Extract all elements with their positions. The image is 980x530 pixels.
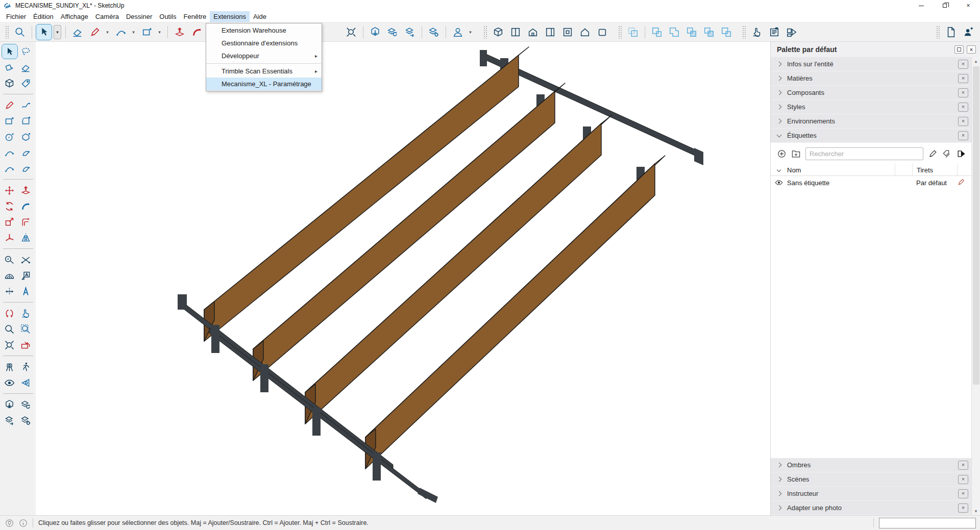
line-tool-button-menu-button[interactable]: ▾ — [104, 26, 111, 39]
view-top-button[interactable] — [508, 24, 523, 40]
panel-scrollbar[interactable]: ▲ ▼ — [971, 57, 980, 515]
zoom-extents-button[interactable] — [344, 24, 359, 40]
arc-tool-button[interactable] — [113, 24, 129, 40]
view-left-button[interactable] — [577, 24, 593, 40]
layers-refresh-tool[interactable] — [18, 397, 34, 412]
select-tool-button-menu-button[interactable]: ▾ — [54, 25, 61, 39]
menu-dessiner[interactable]: Dessiner — [122, 11, 156, 22]
view-front-button[interactable] — [525, 24, 541, 40]
close-panel-button[interactable]: × — [967, 45, 976, 54]
position-camera-tool[interactable] — [2, 360, 17, 374]
protractor-tool[interactable] — [2, 268, 17, 283]
toolbar-drag-handle[interactable] — [618, 26, 622, 39]
intersect-button[interactable] — [649, 24, 665, 40]
scroll-down-arrow[interactable]: ▼ — [972, 507, 980, 515]
tag-row[interactable]: Sans étiquettePar défaut — [771, 176, 971, 189]
menu-fenetre[interactable]: Fenêtre — [180, 11, 210, 22]
tape-measure-tool[interactable] — [2, 253, 17, 267]
field-of-view-tool[interactable] — [18, 375, 34, 390]
toolbar-drag-handle[interactable] — [936, 26, 940, 39]
section-scenes[interactable]: Scènes× — [771, 472, 971, 486]
polygon-tool[interactable] — [18, 130, 34, 144]
look-around-tool[interactable] — [2, 375, 17, 390]
extension-warehouse-tool[interactable] — [2, 397, 17, 412]
rectangle-tool-button[interactable] — [139, 24, 155, 40]
eraser-tool-button[interactable] — [70, 24, 85, 40]
outer-shell-button[interactable] — [625, 24, 641, 40]
hand-tool-button[interactable] — [749, 24, 765, 40]
extension-warehouse-button[interactable] — [368, 24, 383, 40]
pie-tool[interactable] — [18, 145, 34, 160]
select-tool[interactable] — [2, 44, 17, 59]
tag-color-cell[interactable] — [895, 179, 912, 187]
rectangle-tool-button-menu-button[interactable]: ▾ — [156, 26, 163, 39]
three-point-arc-tool[interactable] — [2, 161, 17, 175]
section-styles[interactable]: Styles× — [771, 100, 971, 114]
follow-me-tool[interactable] — [18, 199, 34, 213]
angular-dimension-tool[interactable] — [18, 253, 34, 267]
menu-affichage[interactable]: Affichage — [57, 11, 92, 22]
edit-tag-button[interactable] — [928, 149, 938, 159]
push-pull-tool-button[interactable] — [172, 24, 187, 40]
view-bottom-button[interactable] — [595, 24, 610, 40]
search-button[interactable] — [12, 24, 28, 40]
union-button[interactable] — [667, 24, 682, 40]
section-etiquettes[interactable]: Étiquettes × — [771, 129, 971, 142]
section-adapter-une-photo[interactable]: Adapter une photo× — [771, 501, 971, 515]
toolbar-drag-handle[interactable] — [5, 26, 9, 39]
tag-visibility-cell[interactable] — [771, 179, 787, 187]
etiquettes-close-button[interactable]: × — [958, 131, 968, 140]
flip-tool[interactable] — [18, 231, 34, 245]
model-viewport[interactable] — [36, 42, 770, 515]
matieres-close-button[interactable]: × — [958, 74, 968, 83]
float-panel-button[interactable] — [954, 45, 964, 54]
section-instructeur[interactable]: Instructeur× — [771, 487, 971, 500]
tag-details-button[interactable] — [957, 149, 966, 159]
add-tag-folder-button[interactable] — [791, 149, 801, 159]
two-point-arc-tool[interactable] — [2, 145, 17, 160]
push-pull-tool[interactable] — [18, 183, 34, 197]
menu-item-developpeur[interactable]: Développeur▸ — [206, 49, 322, 62]
eraser-tool[interactable] — [18, 60, 34, 74]
measurements-input[interactable] — [879, 518, 976, 528]
menu-item-gestionnaire-d-extensions[interactable]: Gestionnaire d'extensions — [206, 37, 322, 49]
zoom-tool[interactable] — [2, 322, 17, 336]
menu-item-trimble-scan-essentials[interactable]: Trimble Scan Essentials▸ — [206, 65, 322, 78]
adapter-une-photo-close-button[interactable]: × — [958, 503, 968, 513]
scrollbar-track[interactable] — [972, 65, 980, 507]
environnements-close-button[interactable]: × — [958, 117, 968, 126]
subtract-button[interactable] — [684, 24, 699, 40]
menu-extensions[interactable]: Extensions — [210, 11, 250, 22]
menu-outils[interactable]: Outils — [156, 11, 180, 22]
3d-text-tool[interactable] — [18, 284, 34, 298]
axes-tool[interactable] — [2, 231, 17, 245]
add-tag-button[interactable] — [777, 149, 787, 159]
section-infos-sur-l-entite[interactable]: Infos sur l'entité× — [771, 57, 971, 71]
section-ombres[interactable]: Ombres× — [771, 458, 971, 472]
text-tool[interactable] — [18, 268, 34, 283]
toolbar-drag-handle[interactable] — [483, 26, 487, 39]
trim-button[interactable] — [701, 24, 717, 40]
composants-close-button[interactable]: × — [958, 88, 968, 97]
instructeur-close-button[interactable]: × — [958, 489, 968, 498]
rotated-rectangle-tool[interactable] — [18, 114, 34, 128]
share-model-button[interactable] — [402, 24, 418, 40]
model-3d-scene[interactable] — [36, 42, 770, 515]
layers-share-tool[interactable] — [2, 413, 17, 427]
zoom-extents-tool[interactable] — [2, 338, 17, 352]
layers-settings-tool[interactable] — [18, 413, 34, 427]
freehand-tool[interactable] — [18, 98, 34, 112]
account-button[interactable] — [450, 24, 465, 40]
dimension-tool[interactable] — [2, 284, 17, 298]
tag-tool[interactable] — [18, 76, 34, 90]
previous-view-tool[interactable] — [18, 338, 34, 352]
zoom-window-tool[interactable] — [18, 322, 34, 336]
section-push-tool[interactable] — [18, 306, 34, 320]
minimize-button[interactable] — [910, 0, 933, 11]
scrollbar-thumb[interactable] — [973, 66, 979, 385]
menu-camera[interactable]: Caméra — [92, 11, 122, 22]
walk-tool[interactable] — [18, 360, 34, 374]
menu-fichier[interactable]: Fichier — [3, 11, 30, 22]
scroll-up-arrow[interactable]: ▲ — [972, 57, 980, 65]
restore-button[interactable] — [933, 0, 957, 11]
